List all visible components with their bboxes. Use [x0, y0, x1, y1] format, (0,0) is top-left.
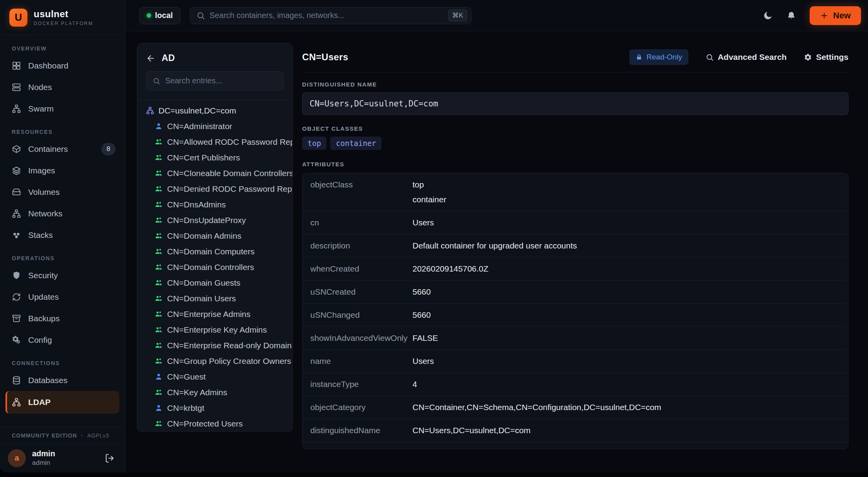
sidebar-item-updates[interactable]: Updates	[0, 286, 125, 308]
global-search: ⌘K	[190, 7, 472, 24]
group-icon	[155, 138, 163, 146]
attr-value: 4	[412, 378, 848, 390]
hierarchy-icon	[12, 209, 21, 218]
tree-item-cn-domain-guests[interactable]: CN=Domain Guests	[137, 275, 292, 291]
sidebar-item-swarm[interactable]: Swarm	[0, 98, 125, 119]
attr-value: CN=Users,DC=usulnet,DC=com	[412, 425, 848, 436]
sidebar-item-databases[interactable]: Databases	[0, 369, 125, 391]
app-window: U usulnet DOCKER PLATFORM OVERVIEWDashbo…	[0, 0, 868, 472]
attr-name: whenCreated	[303, 263, 412, 275]
tree-item-cn-denied-rodc-password-replicati[interactable]: CN=Denied RODC Password Replicati...	[137, 181, 292, 197]
group-icon	[155, 341, 163, 349]
settings-label: Settings	[816, 52, 848, 62]
nav-section-resources: RESOURCESContainers8ImagesVolumesNetwork…	[0, 129, 125, 246]
sidebar-item-containers[interactable]: Containers8	[0, 138, 125, 160]
package-icon	[12, 144, 21, 154]
nav-section-overview: OVERVIEWDashboardNodesSwarm	[0, 45, 125, 119]
sidebar-footer: COMMUNITY EDITION · AGPLv3 a admin admin	[0, 427, 125, 472]
tree-item-label: CN=Administrator	[167, 122, 232, 131]
hierarchy-icon	[12, 104, 21, 113]
sidebar-item-label: LDAP	[28, 398, 50, 407]
global-search-input[interactable]	[210, 11, 444, 20]
tree-item-cn-protected-users[interactable]: CN=Protected Users	[137, 416, 292, 431]
nav-section-title: OVERVIEW	[0, 45, 125, 52]
tree-item-cn-dnsupdateproxy[interactable]: CN=DnsUpdateProxy	[137, 212, 292, 228]
tree-item-cn-administrator[interactable]: CN=Administrator	[137, 119, 292, 134]
user-menu[interactable]: a admin admin	[0, 443, 125, 472]
tree-item-cn-domain-computers[interactable]: CN=Domain Computers	[137, 244, 292, 259]
tree-item-cn-cert-publishers[interactable]: CN=Cert Publishers	[137, 150, 292, 166]
group-icon	[155, 388, 163, 396]
group-icon	[155, 357, 163, 365]
attr-name: cn	[303, 217, 412, 229]
tree-item-label: CN=Denied RODC Password Replicati...	[167, 184, 292, 194]
tree-item-label: CN=Enterprise Read-only Domain Co...	[167, 341, 292, 350]
tree-item-cn-krbtgt[interactable]: CN=krbtgt	[137, 400, 292, 416]
tree-item-cn-key-admins[interactable]: CN=Key Admins	[137, 385, 292, 400]
attr-value: Default container for upgraded user acco…	[412, 240, 848, 252]
table-row-partial	[303, 442, 848, 449]
sidebar-item-label: Volumes	[28, 187, 60, 197]
sidebar-item-config[interactable]: Config	[0, 329, 125, 351]
sidebar-item-images[interactable]: Images	[0, 160, 125, 181]
theme-toggle-moon-icon[interactable]	[763, 11, 773, 21]
sidebar-item-networks[interactable]: Networks	[0, 203, 125, 224]
tree-item-label: CN=Domain Admins	[167, 231, 241, 241]
user-role: admin	[32, 459, 55, 467]
tree-item-cn-enterprise-admins[interactable]: CN=Enterprise Admins	[137, 306, 292, 322]
object-class-top: top	[302, 137, 326, 150]
notifications-bell-icon[interactable]	[786, 11, 796, 21]
sidebar-item-nodes[interactable]: Nodes	[0, 76, 125, 98]
sidebar-item-security[interactable]: Security	[0, 265, 125, 286]
tree-item-label: CN=Domain Computers	[167, 247, 255, 256]
attr-row-showinadvancedviewonly: showInAdvancedViewOnlyFALSE	[303, 326, 848, 349]
sidebar-item-stacks[interactable]: Stacks	[0, 224, 125, 246]
tree-item-cn-enterprise-read-only-domain-co[interactable]: CN=Enterprise Read-only Domain Co...	[137, 338, 292, 353]
back-icon[interactable]	[146, 54, 155, 63]
settings-button[interactable]: Settings	[804, 52, 848, 62]
environment-badge[interactable]: local	[139, 7, 180, 24]
attr-row-distinguishedname: distinguishedNameCN=Users,DC=usulnet,DC=…	[303, 419, 848, 442]
license-label: AGPLv3	[87, 432, 109, 439]
attr-name: objectClass	[303, 179, 412, 205]
app-logo: U	[9, 9, 27, 27]
tree-item-cn-enterprise-key-admins[interactable]: CN=Enterprise Key Admins	[137, 322, 292, 338]
sidebar-item-volumes[interactable]: Volumes	[0, 181, 125, 203]
sidebar-item-label: Containers	[28, 144, 68, 154]
tree-item-dc-usulnet-dc-com[interactable]: DC=usulnet,DC=com	[137, 103, 292, 119]
tree-item-cn-domain-users[interactable]: CN=Domain Users	[137, 291, 292, 306]
tree-item-label: CN=Domain Users	[167, 294, 236, 303]
sidebar-item-label: Dashboard	[28, 61, 68, 70]
tree-search	[146, 71, 284, 91]
read-only-label: Read-Only	[646, 53, 682, 61]
sidebar-item-label: Config	[28, 335, 52, 345]
sidebar-item-backups[interactable]: Backups	[0, 308, 125, 329]
tree-item-cn-allowed-rodc-password-replicat[interactable]: CN=Allowed RODC Password Replicat...	[137, 134, 292, 150]
attributes-label: ATTRIBUTES	[302, 161, 848, 167]
tree-item-cn-dnsadmins[interactable]: CN=DnsAdmins	[137, 197, 292, 212]
tree-item-cn-guest[interactable]: CN=Guest	[137, 369, 292, 385]
tree-item-cn-group-policy-creator-owners[interactable]: CN=Group Policy Creator Owners	[137, 353, 292, 369]
tree-item-label: DC=usulnet,DC=com	[158, 106, 236, 115]
nav-section-title: RESOURCES	[0, 129, 125, 135]
tree-item-cn-cloneable-domain-controllers[interactable]: CN=Cloneable Domain Controllers	[137, 166, 292, 181]
dn-value-field[interactable]	[302, 92, 848, 115]
tree-search-input[interactable]	[165, 76, 277, 85]
group-icon	[155, 153, 163, 162]
tree-item-cn-domain-controllers[interactable]: CN=Domain Controllers	[137, 259, 292, 275]
sidebar-item-dashboard[interactable]: Dashboard	[0, 55, 125, 76]
nav-section-connections: CONNECTIONSDatabasesLDAP	[0, 360, 125, 414]
attr-name: instanceType	[303, 378, 412, 390]
user-name: admin	[32, 449, 55, 458]
logout-icon[interactable]	[104, 453, 115, 463]
advanced-search-icon	[706, 53, 714, 61]
nav-section-title: CONNECTIONS	[0, 360, 125, 366]
gear-icon	[804, 53, 812, 61]
sidebar-item-ldap[interactable]: LDAP	[5, 391, 119, 414]
advanced-search-button[interactable]: Advanced Search	[706, 52, 787, 62]
app-tagline: DOCKER PLATFORM	[34, 21, 93, 26]
lock-icon	[636, 54, 643, 61]
layers-icon	[12, 166, 21, 175]
new-button[interactable]: New	[810, 6, 861, 25]
tree-item-cn-domain-admins[interactable]: CN=Domain Admins	[137, 228, 292, 244]
